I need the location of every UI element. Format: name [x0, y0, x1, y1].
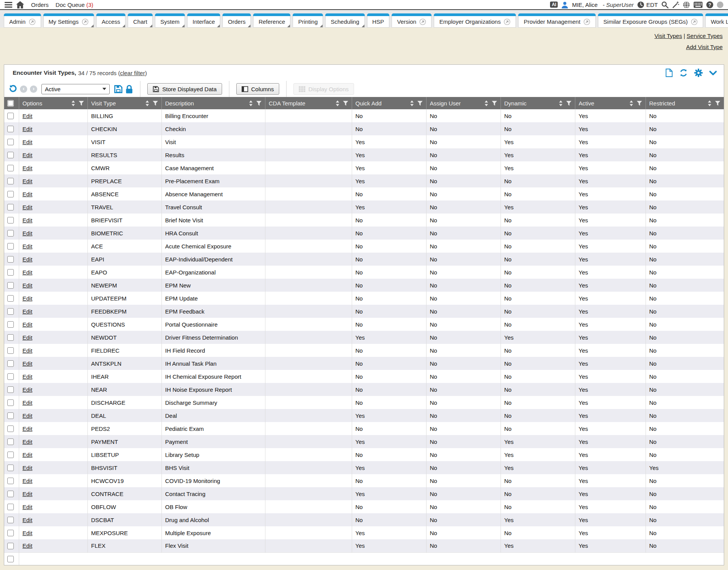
row-checkbox[interactable] [7, 360, 14, 367]
row-checkbox[interactable] [7, 491, 14, 497]
row-checkbox[interactable] [7, 165, 14, 171]
visit-types-link[interactable]: Visit Types [654, 33, 682, 39]
tab-reference[interactable]: Reference [253, 13, 290, 28]
column-header-assign-user[interactable]: Assign User [426, 97, 501, 109]
edit-link[interactable]: Edit [23, 517, 33, 523]
edit-link[interactable]: Edit [23, 165, 33, 171]
tab-similar-exposure-groups-segs[interactable]: Similar Exposure Groups (SEGs) [598, 13, 703, 28]
tab-scheduling[interactable]: Scheduling [325, 13, 364, 28]
menu-item-orders[interactable]: Orders [31, 2, 49, 8]
menu-item-doc-queue[interactable]: Doc Queue (3) [56, 2, 93, 8]
settings-gear-icon[interactable] [694, 69, 703, 77]
sort-icon[interactable] [708, 100, 712, 106]
edit-link[interactable]: Edit [23, 126, 33, 132]
row-checkbox[interactable] [7, 530, 14, 536]
edit-link[interactable]: Edit [23, 452, 33, 458]
column-header-visit-type[interactable]: Visit Type [87, 97, 161, 109]
tab-chart[interactable]: Chart [128, 13, 153, 28]
edit-link[interactable]: Edit [23, 347, 33, 354]
filter-icon[interactable] [566, 101, 572, 106]
filter-icon[interactable] [256, 101, 262, 106]
globe-icon[interactable] [683, 1, 690, 8]
edit-link[interactable]: Edit [23, 217, 33, 223]
row-checkbox[interactable] [7, 178, 14, 184]
edit-link[interactable]: Edit [23, 295, 33, 302]
tab-system[interactable]: System [155, 13, 185, 28]
edit-link[interactable]: Edit [23, 399, 33, 406]
filter-icon[interactable] [343, 101, 348, 106]
row-checkbox[interactable] [7, 282, 14, 289]
edit-link[interactable]: Edit [23, 113, 33, 119]
collapse-chevron-icon[interactable] [709, 71, 717, 76]
tab-my-settings[interactable]: My Settings [43, 13, 94, 28]
row-checkbox[interactable] [7, 191, 14, 197]
row-checkbox[interactable] [7, 295, 14, 302]
column-header-description[interactable]: Description [161, 97, 265, 109]
home-icon[interactable] [16, 1, 24, 8]
hamburger-menu-icon[interactable] [5, 2, 12, 8]
edit-link[interactable]: Edit [23, 504, 33, 510]
tab-access[interactable]: Access [96, 13, 125, 28]
edit-link[interactable]: Edit [23, 321, 33, 328]
new-record-icon[interactable] [665, 69, 673, 77]
magic-wand-icon[interactable] [672, 1, 679, 8]
row-checkbox[interactable] [7, 243, 14, 250]
column-header-restricted[interactable]: Restricted [646, 97, 724, 109]
search-icon[interactable] [661, 1, 669, 8]
edit-link[interactable]: Edit [23, 282, 33, 289]
row-checkbox[interactable] [7, 256, 14, 263]
next-page-icon[interactable]: › [30, 85, 37, 93]
lock-icon[interactable] [125, 85, 133, 94]
edit-link[interactable]: Edit [23, 373, 33, 380]
edit-link[interactable]: Edit [23, 191, 33, 197]
sort-icon[interactable] [410, 100, 414, 106]
tab-version[interactable]: Version [392, 13, 432, 28]
row-checkbox[interactable] [7, 452, 14, 458]
row-checkbox[interactable] [7, 412, 14, 419]
row-checkbox[interactable] [7, 113, 14, 119]
clear-filter-link[interactable]: clear filter [120, 70, 145, 76]
save-filter-icon[interactable] [114, 85, 123, 94]
row-checkbox[interactable] [7, 543, 14, 549]
row-checkbox[interactable] [7, 347, 14, 354]
ai-badge[interactable]: AI [550, 2, 558, 8]
prev-page-icon[interactable]: ‹ [20, 85, 27, 93]
store-displayed-data-button[interactable]: Store Displayed Data [147, 83, 222, 95]
edit-link[interactable]: Edit [23, 230, 33, 237]
edit-link[interactable]: Edit [23, 478, 33, 484]
sort-icon[interactable] [336, 100, 339, 106]
sort-icon[interactable] [484, 100, 488, 106]
tab-admin[interactable]: Admin [4, 13, 41, 28]
row-checkbox[interactable] [7, 230, 14, 237]
columns-button[interactable]: Columns [236, 83, 279, 95]
edit-link[interactable]: Edit [23, 139, 33, 145]
edit-link[interactable]: Edit [23, 308, 33, 315]
edit-link[interactable]: Edit [23, 439, 33, 445]
edit-link[interactable]: Edit [23, 256, 33, 263]
edit-link[interactable]: Edit [23, 530, 33, 536]
row-checkbox[interactable] [7, 425, 14, 432]
row-checkbox[interactable] [7, 399, 14, 406]
column-header-cda-template[interactable]: CDA Template [265, 97, 352, 109]
sort-icon[interactable] [559, 100, 563, 106]
row-checkbox[interactable] [7, 204, 14, 210]
footer-checkbox[interactable] [7, 556, 14, 562]
column-header-options[interactable]: Options [19, 97, 87, 109]
column-header-active[interactable]: Active [575, 97, 646, 109]
row-checkbox[interactable] [7, 217, 14, 223]
tab-employer-organizations[interactable]: Employer Organizations [434, 13, 516, 28]
row-checkbox[interactable] [7, 439, 14, 445]
tab-interface[interactable]: Interface [187, 13, 220, 28]
row-checkbox[interactable] [7, 517, 14, 523]
edit-link[interactable]: Edit [23, 465, 33, 471]
sort-icon[interactable] [145, 100, 149, 106]
sort-icon[interactable] [71, 100, 75, 106]
row-checkbox[interactable] [7, 139, 14, 145]
row-checkbox[interactable] [7, 504, 14, 510]
filter-icon[interactable] [417, 101, 423, 106]
row-checkbox[interactable] [7, 308, 14, 315]
row-checkbox[interactable] [7, 269, 14, 276]
filter-icon[interactable] [492, 101, 497, 106]
row-checkbox[interactable] [7, 152, 14, 158]
edit-link[interactable]: Edit [23, 542, 33, 549]
